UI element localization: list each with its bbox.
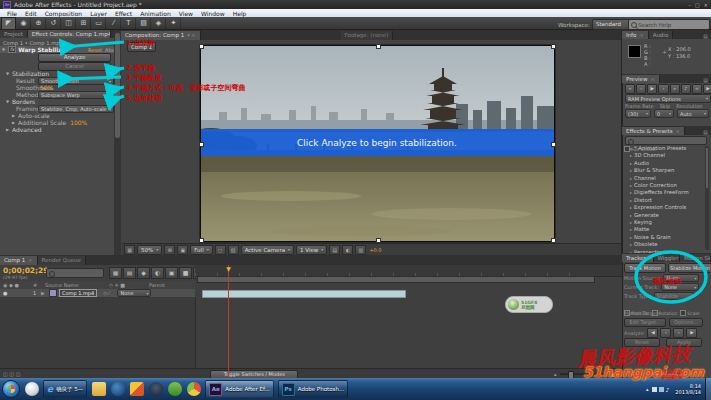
- first-frame-icon[interactable]: «: [625, 84, 635, 94]
- ram-preview-options-dropdown[interactable]: RAM Preview Options▾: [625, 94, 711, 103]
- volume-icon[interactable]: ♪: [666, 386, 670, 393]
- layer-name[interactable]: Comp 1.mp4: [59, 289, 97, 297]
- next-frame-icon[interactable]: ›: [658, 84, 668, 94]
- current-time-display[interactable]: 0;00;02;29 (29.97 fps): [3, 267, 49, 280]
- zoom-out-mountain-icon[interactable]: ▴: [554, 371, 557, 377]
- menu-item[interactable]: Effect: [111, 10, 136, 17]
- prev-frame-icon[interactable]: ‹: [636, 84, 646, 94]
- frame-blending-icon[interactable]: ◐: [151, 267, 164, 279]
- effect-category-item[interactable]: Audio: [622, 160, 711, 167]
- layer-handle[interactable]: [199, 142, 204, 147]
- motion-blur-icon[interactable]: ▣: [165, 267, 178, 279]
- track-motion-button[interactable]: Track Motion: [624, 263, 666, 273]
- group-advanced[interactable]: ▶Advanced: [0, 126, 119, 133]
- loop-icon[interactable]: ∞: [692, 84, 702, 94]
- analyze-1-forward-icon[interactable]: ›: [673, 328, 684, 338]
- always-preview-icon[interactable]: ▦: [124, 245, 135, 255]
- parent-dropdown[interactable]: None▾: [117, 289, 151, 297]
- tab-info[interactable]: Info×: [622, 31, 649, 39]
- col-number[interactable]: #: [33, 282, 45, 288]
- layer-duration-bar[interactable]: [202, 290, 406, 298]
- video-viewport[interactable]: Click Analyze to begin stabilization.: [200, 45, 555, 242]
- expand-icons[interactable]: ◫ ◫ ◫: [0, 371, 20, 377]
- tab-project[interactable]: Project: [0, 30, 28, 38]
- effect-category-item[interactable]: 3D Channel: [622, 152, 711, 159]
- audio-toggle-icon[interactable]: ♪: [681, 84, 691, 94]
- effect-category-item[interactable]: Channel: [622, 175, 711, 182]
- pixel-aspect-icon[interactable]: ▤: [329, 245, 340, 255]
- effect-category-item[interactable]: Noise & Grain: [622, 234, 711, 241]
- camera-tool-icon[interactable]: ◫: [62, 18, 76, 29]
- analyze-1-backward-icon[interactable]: ‹: [660, 328, 671, 338]
- exposure-value[interactable]: +0.0: [369, 247, 381, 253]
- eye-icon[interactable]: ●: [0, 290, 13, 296]
- pan-behind-tool-icon[interactable]: ⊞: [77, 18, 91, 29]
- tab-timeline-comp[interactable]: Comp 1×: [0, 256, 38, 265]
- effect-category-item[interactable]: Keying: [622, 219, 711, 226]
- menu-item[interactable]: Help: [229, 10, 251, 17]
- resolution-preview-dropdown[interactable]: Auto▾: [677, 109, 709, 118]
- show-desktop-button[interactable]: [705, 378, 711, 400]
- effect-category-item[interactable]: Distort: [622, 197, 711, 204]
- menu-item[interactable]: Window: [197, 10, 229, 17]
- menu-item[interactable]: View: [175, 10, 197, 17]
- layer-color-swatch[interactable]: [49, 289, 57, 297]
- zoom-tool-icon[interactable]: ⊕: [32, 18, 46, 29]
- frame-rate-dropdown[interactable]: (30)▾: [625, 109, 651, 118]
- draft-3d-icon[interactable]: ▤: [123, 267, 136, 279]
- close-tab-icon[interactable]: ▾ ×: [187, 32, 195, 38]
- skip-dropdown[interactable]: 0▾: [654, 109, 674, 118]
- menu-item[interactable]: Composition: [41, 10, 86, 17]
- fast-preview-icon[interactable]: ◐: [342, 245, 353, 255]
- edit-target-button[interactable]: Edit Target...: [624, 318, 666, 327]
- playhead-marker[interactable]: ▼: [224, 265, 233, 273]
- analyze-backward-icon[interactable]: ◀: [647, 328, 658, 338]
- search-help-box[interactable]: Search Help: [628, 19, 710, 30]
- hand-tool-icon[interactable]: ◉: [17, 18, 31, 29]
- media-app-icon[interactable]: [130, 382, 144, 396]
- thunder-icon[interactable]: [168, 382, 182, 396]
- analyze-button[interactable]: Analyze: [38, 53, 111, 62]
- mask-visibility-icon[interactable]: ▣: [177, 245, 188, 255]
- timeline-button-icon[interactable]: ▥: [355, 245, 366, 255]
- effects-scrollbar[interactable]: [705, 146, 709, 250]
- clone-stamp-tool-icon[interactable]: ◈: [152, 18, 166, 29]
- start-button[interactable]: [2, 380, 20, 398]
- options-button[interactable]: Options...: [669, 318, 703, 327]
- effect-category-item[interactable]: Color Correction: [622, 182, 711, 189]
- last-frame-icon[interactable]: »: [670, 84, 680, 94]
- tab-wiggler[interactable]: Wiggler: [654, 254, 680, 262]
- col-parent[interactable]: Parent: [149, 282, 165, 288]
- layer-handle[interactable]: [199, 44, 204, 49]
- panel-menu-icon[interactable]: ▤: [700, 129, 711, 135]
- effect-category-item[interactable]: * Animation Presets: [622, 145, 711, 152]
- work-area-bar[interactable]: [197, 276, 595, 283]
- menu-item[interactable]: Layer: [86, 10, 111, 17]
- view-layout-dropdown[interactable]: 1 View▾: [296, 245, 327, 255]
- panel-menu-icon[interactable]: ▤: [700, 77, 711, 83]
- magnification-dropdown[interactable]: 50%▾: [137, 245, 162, 255]
- hide-shy-icon[interactable]: ◆: [137, 267, 150, 279]
- safe-guides-icon[interactable]: ⊞: [164, 245, 175, 255]
- analyze-forward-icon[interactable]: ▶: [686, 328, 697, 338]
- ram-preview-icon[interactable]: ▶: [703, 84, 711, 94]
- effect-category-item[interactable]: Digieffects FreeForm: [622, 189, 711, 196]
- effect-category-item[interactable]: Matte: [622, 226, 711, 233]
- ie-taskbar-button[interactable]: e 确良子 5—: [43, 380, 87, 398]
- camera-dropdown[interactable]: Active Camera▾: [241, 245, 294, 255]
- timeline-search-input[interactable]: [46, 268, 104, 278]
- qq-icon[interactable]: [25, 382, 39, 396]
- layer-twirl-icon[interactable]: ▶: [41, 290, 49, 296]
- play-icon[interactable]: ▶: [647, 84, 657, 94]
- tab-tracker[interactable]: Tracker×: [622, 254, 654, 262]
- tab-effect-controls[interactable]: Effect Controls: Comp 1.mp4: [28, 30, 111, 38]
- tab-motion-sketch[interactable]: Motion Sk: [680, 254, 711, 262]
- minimize-icon[interactable]: –: [689, 2, 692, 8]
- clock[interactable]: 8:14 2013/8/14: [675, 383, 701, 395]
- col-source-name[interactable]: Source Name: [45, 282, 109, 288]
- additional-scale-row[interactable]: ▶Additional Scale 100%: [0, 119, 125, 126]
- stabilize-motion-button[interactable]: Stabilize Motion: [668, 263, 711, 273]
- after-effects-taskbar-button[interactable]: Ae Adobe After Ef...: [205, 380, 273, 398]
- folder-icon[interactable]: [92, 382, 106, 396]
- shape-tool-icon[interactable]: ▭: [92, 18, 106, 29]
